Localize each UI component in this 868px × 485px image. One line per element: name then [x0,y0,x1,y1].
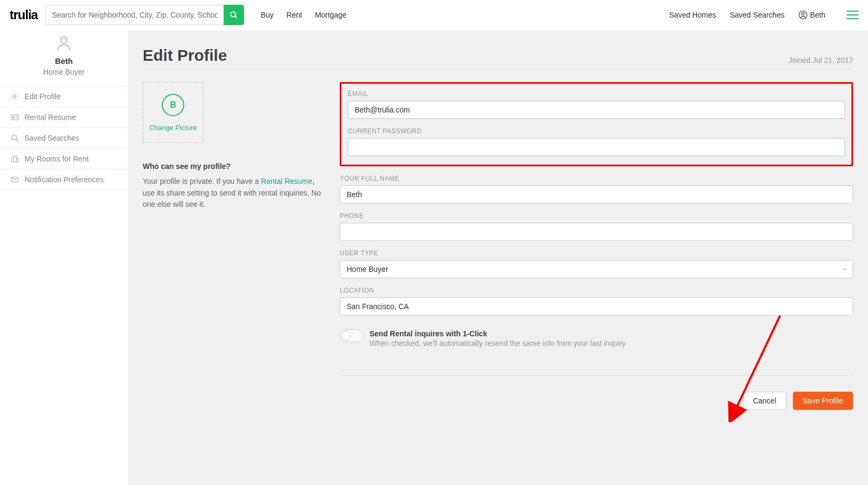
search-wrap [45,5,244,25]
sidebar: Beth Home Buyer Edit Profile Rental Resu… [0,30,128,485]
nav-rent[interactable]: Rent [286,11,302,19]
nav-links: Buy Rent Mortgage [261,11,347,19]
nav-buy[interactable]: Buy [261,11,274,19]
toggle-knob-icon [341,331,351,341]
search-button[interactable] [224,5,244,25]
joined-date: Joined Jul 21, 2017 [789,56,853,64]
sidebar-item-rental-resume[interactable]: Rental Resume [0,107,128,128]
svg-point-7 [14,95,16,98]
svg-line-1 [235,16,237,18]
main: Edit Profile Joined Jul 21, 2017 B Chang… [128,30,868,485]
avatar-initial: B [162,94,184,116]
phone-block: PHONE [340,212,853,241]
sidebar-item-label: Notification Preferences [24,175,104,184]
phone-input[interactable] [340,223,853,241]
actions-row: Cancel Save Profile [340,375,853,410]
logo-text: trulia [10,7,38,22]
user-icon [798,10,808,20]
privacy-heading: Who can see my profile? [143,162,325,171]
hamburger-line-icon [847,11,858,12]
hamburger-line-icon [847,14,858,15]
full-name-label: YOUR FULL NAME [340,175,853,182]
search-icon [11,134,19,142]
sidebar-item-my-rooms[interactable]: My Rooms for Rent [0,149,128,169]
sidebar-item-label: My Rooms for Rent [24,155,89,163]
avatar-icon [0,35,128,52]
mail-icon [11,175,19,184]
email-input[interactable] [348,101,845,119]
sidebar-item-label: Rental Resume [24,113,76,122]
user-label: Beth [810,11,825,19]
saved-homes-link[interactable]: Saved Homes [669,11,716,19]
nav-mortgage[interactable]: Mortgage [315,11,346,19]
svg-line-11 [16,139,18,141]
content: Beth Home Buyer Edit Profile Rental Resu… [0,30,868,485]
location-input[interactable] [340,297,853,316]
header: trulia Buy Rent Mortgage Saved Homes Sav… [0,0,868,30]
sidebar-item-label: Saved Searches [24,134,79,142]
sidebar-item-edit-profile[interactable]: Edit Profile [0,86,128,107]
full-name-input[interactable] [340,185,853,204]
sidebar-item-notifications[interactable]: Notification Preferences [0,169,128,190]
user-name: Beth [0,56,128,66]
privacy-text: Your profile is private. If you have a R… [143,176,325,211]
search-input[interactable] [45,5,224,25]
email-label: EMAIL [348,90,845,98]
change-picture-label: Change Picture [149,124,197,132]
search-icon [230,11,238,19]
right-column: EMAIL CURRENT PASSWORD YOUR FULL NAME PH… [340,82,853,410]
sidebar-item-saved-searches[interactable]: Saved Searches [0,128,128,149]
svg-point-6 [65,39,65,39]
header-right: Saved Homes Saved Searches Beth [669,10,858,20]
logo[interactable]: trulia [10,7,38,22]
user-type-select[interactable] [340,260,853,278]
title-row: Edit Profile Joined Jul 21, 2017 [143,46,853,69]
password-input[interactable] [348,138,845,156]
sidebar-item-label: Edit Profile [24,92,61,101]
left-column: B Change Picture Who can see my profile?… [143,82,340,410]
one-click-toggle[interactable] [340,329,363,342]
hamburger-menu[interactable] [847,11,858,19]
location-label: LOCATION [340,287,853,294]
form-row: B Change Picture Who can see my profile?… [143,82,853,410]
user-type-label: USER TYPE [340,249,853,257]
one-click-title: Send Rental inquires with 1-Click [370,329,487,338]
sidebar-menu: Edit Profile Rental Resume Saved Searche… [0,86,128,190]
full-name-block: YOUR FULL NAME [340,175,853,204]
svg-point-9 [13,116,14,118]
svg-rect-8 [11,115,18,119]
user-menu[interactable]: Beth [798,10,825,20]
email-block: EMAIL [348,90,845,119]
user-role: Home Buyer [0,68,128,76]
svg-point-10 [12,135,17,140]
one-click-text: Send Rental inquires with 1-Click When c… [370,329,626,347]
svg-point-3 [802,12,805,15]
hamburger-line-icon [847,18,858,19]
change-picture-box[interactable]: B Change Picture [143,82,203,143]
password-block: CURRENT PASSWORD [348,127,845,156]
cancel-button[interactable]: Cancel [743,392,787,410]
save-profile-button[interactable]: Save Profile [793,392,853,410]
phone-label: PHONE [340,212,853,220]
one-click-row: Send Rental inquires with 1-Click When c… [340,329,853,347]
password-label: CURRENT PASSWORD [348,127,845,135]
svg-rect-12 [12,177,18,182]
user-type-select-wrap [340,260,853,278]
svg-point-0 [231,12,235,17]
privacy-text-before: Your profile is private. If you have a [143,177,261,185]
svg-point-5 [62,39,63,39]
svg-point-4 [61,37,68,44]
saved-searches-link[interactable]: Saved Searches [730,11,784,19]
one-click-sub: When checked, we'll automatically resend… [370,339,626,347]
page-title: Edit Profile [143,46,227,64]
highlight-box: EMAIL CURRENT PASSWORD [340,82,853,166]
location-block: LOCATION [340,287,853,316]
id-card-icon [11,113,19,122]
buildings-icon [11,155,19,163]
sidebar-user: Beth Home Buyer [0,30,128,84]
rental-resume-link[interactable]: Rental Resume [261,177,313,185]
user-type-block: USER TYPE [340,249,853,278]
gear-icon [11,92,19,101]
